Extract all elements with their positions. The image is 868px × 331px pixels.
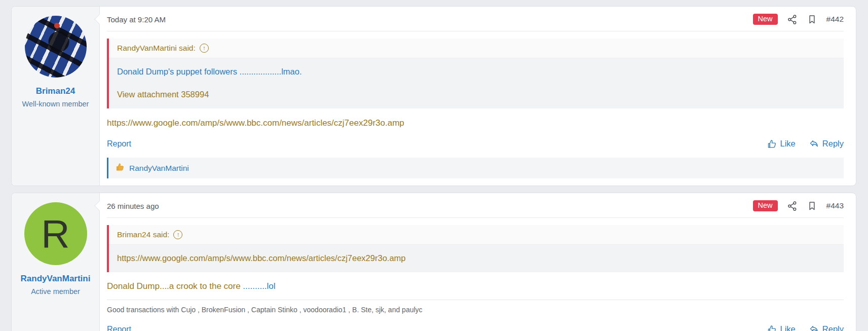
- author-user-title: Well-known member: [17, 100, 94, 108]
- thumbs-up-icon: [767, 139, 777, 149]
- quote-attribution-text: RandyVanMartini said:: [117, 44, 196, 53]
- post-actions: Like Reply: [767, 324, 844, 331]
- like-button[interactable]: Like: [767, 324, 796, 331]
- post-number-link[interactable]: #443: [826, 201, 844, 210]
- post-footer: Report Like: [107, 138, 844, 149]
- thumbs-up-emoji: [116, 162, 125, 174]
- post-actions: Like Reply: [767, 138, 844, 149]
- header-divider: [107, 217, 844, 218]
- post-body-link[interactable]: https://www.google.com/amp/s/www.bbc.com…: [107, 118, 844, 128]
- post-content-cell: 26 minutes ago New #443: [100, 193, 856, 331]
- quote-body: https://www.google.com/amp/s/www.bbc.com…: [109, 245, 844, 272]
- author-username-link[interactable]: Briman24: [17, 86, 94, 97]
- reply-label: Reply: [822, 324, 844, 331]
- quote-attribution[interactable]: Briman24 said: ↑: [109, 225, 844, 245]
- post-header: 26 minutes ago New #443: [107, 198, 844, 213]
- author-username-link[interactable]: RandyVanMartini: [17, 273, 94, 284]
- share-icon[interactable]: [787, 201, 798, 211]
- avatar[interactable]: [25, 16, 87, 78]
- new-badge: New: [753, 14, 778, 25]
- post-header: Today at 9:20 AM New #442: [107, 12, 844, 27]
- expand-quote-icon[interactable]: ↑: [173, 230, 182, 239]
- quoted-link[interactable]: https://www.google.com/amp/s/www.bbc.com…: [117, 252, 836, 264]
- post-442: Briman24 Well-known member Today at 9:20…: [11, 6, 856, 186]
- reply-button[interactable]: Reply: [809, 324, 844, 331]
- post-author-cell: Briman24 Well-known member: [12, 7, 100, 186]
- view-attachment-link[interactable]: View attachment 358994: [117, 89, 836, 100]
- share-icon[interactable]: [787, 14, 798, 25]
- post-footer: Report Like: [107, 324, 844, 331]
- bookmark-icon[interactable]: [807, 14, 817, 25]
- thumbs-up-icon: [767, 324, 777, 331]
- avatar[interactable]: R: [24, 202, 87, 265]
- like-label: Like: [780, 324, 796, 331]
- post-timestamp-link[interactable]: Today at 9:20 AM: [107, 15, 166, 24]
- post-author-cell: R RandyVanMartini Active member: [12, 193, 100, 331]
- post-header-controls: New #442: [753, 14, 844, 25]
- new-badge: New: [753, 200, 778, 211]
- quote-attribution-text: Briman24 said:: [117, 230, 169, 239]
- reaction-users[interactable]: RandyVanMartini: [129, 164, 189, 173]
- header-divider: [107, 31, 844, 31]
- user-signature: Good transactions with Cujo , BrokenFusi…: [107, 300, 844, 314]
- post-text-gold: Donald Dump....a crook to the core: [107, 281, 243, 291]
- expand-quote-icon[interactable]: ↑: [200, 44, 209, 53]
- post-header-controls: New #443: [753, 200, 844, 211]
- reply-button[interactable]: Reply: [809, 138, 844, 149]
- reply-label: Reply: [822, 139, 844, 149]
- reply-arrow-icon: [809, 138, 819, 149]
- post-body-text: Donald Dump....a crook to the core .....…: [107, 281, 844, 291]
- bookmark-icon[interactable]: [807, 201, 817, 211]
- quote-body: Donald Dump's puppet followers .........…: [109, 58, 844, 108]
- author-user-title: Active member: [17, 287, 94, 296]
- quote-block: Briman24 said: ↑ https://www.google.com/…: [107, 225, 844, 272]
- quote-block: RandyVanMartini said: ↑ Donald Dump's pu…: [107, 39, 844, 108]
- report-link[interactable]: Report: [107, 139, 131, 149]
- reply-arrow-icon: [809, 324, 819, 331]
- report-link[interactable]: Report: [107, 325, 131, 331]
- post-443: R RandyVanMartini Active member 26 minut…: [11, 193, 856, 331]
- like-button[interactable]: Like: [767, 139, 796, 149]
- quoted-text: Donald Dump's puppet followers .........…: [117, 66, 836, 77]
- post-number-link[interactable]: #442: [826, 15, 844, 24]
- post-timestamp-link[interactable]: 26 minutes ago: [107, 202, 159, 210]
- quote-attribution[interactable]: RandyVanMartini said: ↑: [109, 39, 844, 58]
- thread-post-list: Briman24 Well-known member Today at 9:20…: [0, 0, 868, 331]
- like-label: Like: [780, 139, 796, 149]
- post-content-cell: Today at 9:20 AM New #442: [100, 7, 856, 186]
- post-text-blue: ..........lol: [243, 281, 275, 291]
- reactions-bar[interactable]: RandyVanMartini: [107, 158, 844, 178]
